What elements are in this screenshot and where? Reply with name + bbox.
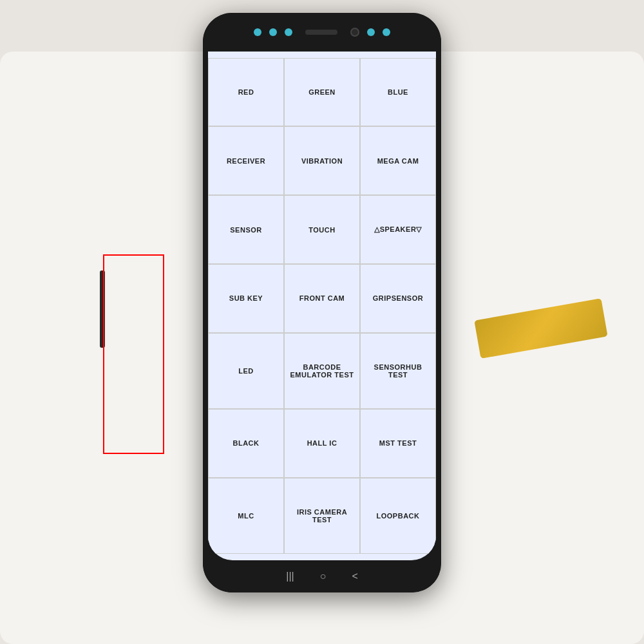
earpiece-speaker	[305, 30, 337, 35]
back-icon[interactable]: <	[352, 571, 357, 582]
grid-cell-front-cam[interactable]: FRONT CAM	[284, 264, 360, 332]
grid-cell-hall-ic[interactable]: HALL IC	[284, 409, 360, 477]
grid-cell-barcode-emulator-test[interactable]: BARCODE EMULATOR TEST	[284, 333, 360, 409]
sensor-dot-4	[367, 28, 375, 36]
phone-bottom-bar: ||| ○ <	[203, 560, 441, 592]
phone-device: REDGREENBLUERECEIVERVIBRATIONMEGA CAMSEN…	[203, 13, 441, 592]
home-icon[interactable]: ○	[320, 571, 327, 582]
front-camera	[350, 28, 359, 37]
grid-cell-mst-test[interactable]: MST TEST	[360, 409, 436, 477]
grid-cell-led[interactable]: LED	[208, 333, 284, 409]
phone-top-bar	[203, 13, 441, 52]
grid-cell-gripsensor[interactable]: GRIPSENSOR	[360, 264, 436, 332]
grid-cell-sub-key[interactable]: SUB KEY	[208, 264, 284, 332]
grid-cell-loopback[interactable]: LOOPBACK	[360, 478, 436, 554]
grid-cell-touch[interactable]: TOUCH	[284, 195, 360, 264]
test-grid: REDGREENBLUERECEIVERVIBRATIONMEGA CAMSEN…	[208, 52, 436, 560]
sensor-dot-1	[254, 28, 261, 36]
sensor-dot-3	[285, 28, 292, 36]
sensor-dot-2	[269, 28, 277, 36]
grid-cell-vibration[interactable]: VIBRATION	[284, 126, 360, 194]
grid-cell-blue[interactable]: BLUE	[360, 58, 436, 126]
side-button-volume[interactable]	[100, 270, 105, 348]
recent-apps-icon[interactable]: |||	[286, 571, 294, 582]
grid-cell-△speaker▽[interactable]: △SPEAKER▽	[360, 195, 436, 264]
grid-cell-sensorhub-test[interactable]: SENSORHUB TEST	[360, 333, 436, 409]
grid-cell-mlc[interactable]: MLC	[208, 478, 284, 554]
grid-cell-sensor[interactable]: SENSOR	[208, 195, 284, 264]
grid-cell-mega-cam[interactable]: MEGA CAM	[360, 126, 436, 194]
scene: REDGREENBLUERECEIVERVIBRATIONMEGA CAMSEN…	[0, 0, 644, 644]
grid-cell-black[interactable]: BLACK	[208, 409, 284, 477]
grid-cell-iris-camera-test[interactable]: IRIS CAMERA TEST	[284, 478, 360, 554]
grid-cell-red[interactable]: RED	[208, 58, 284, 126]
sensor-dot-5	[383, 28, 390, 36]
grid-cell-green[interactable]: GREEN	[284, 58, 360, 126]
screen-content: REDGREENBLUERECEIVERVIBRATIONMEGA CAMSEN…	[208, 52, 436, 560]
grid-cell-receiver[interactable]: RECEIVER	[208, 126, 284, 194]
